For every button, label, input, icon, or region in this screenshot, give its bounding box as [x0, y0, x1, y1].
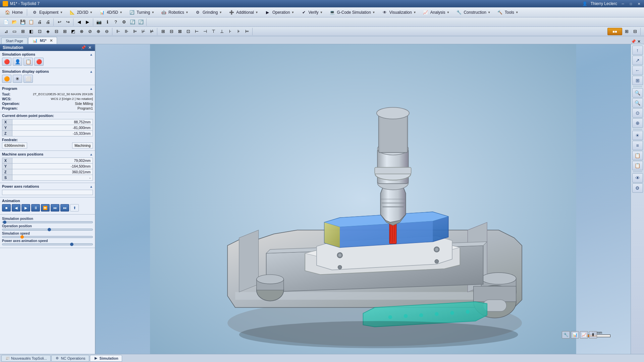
view-grid-btn[interactable]: ⊞	[632, 76, 643, 85]
save-as-btn[interactable]: 📋	[27, 18, 35, 26]
anim-fastfwd-btn[interactable]: ⏩	[41, 204, 50, 212]
shape11-btn[interactable]: ⊘	[86, 28, 94, 35]
display-icon-3[interactable]: ⬜	[23, 75, 33, 83]
tab-simulation[interactable]: ▶ Simulation	[90, 355, 122, 362]
open-btn[interactable]: 📂	[10, 18, 18, 26]
sim-options-collapse[interactable]: ▲	[90, 53, 93, 56]
new-btn[interactable]: 📄	[2, 18, 10, 26]
tab-m1[interactable]: 📊 M1* ✕	[28, 37, 57, 44]
display-btn[interactable]: ≡	[632, 141, 643, 150]
help-btn[interactable]: ?	[112, 18, 120, 26]
eye-btn[interactable]: 👁	[632, 173, 643, 183]
menu-2d3d[interactable]: 📐 2D/3D ▼	[66, 8, 95, 17]
menu-home[interactable]: 🏠 Home	[1, 8, 25, 17]
anim-stop-btn[interactable]: ■	[2, 204, 11, 212]
shape12-btn[interactable]: ⊕	[94, 28, 102, 35]
shape13-btn[interactable]: ⊖	[103, 28, 111, 35]
view-front-btn[interactable]: ↑	[632, 46, 643, 55]
mini-icon-2[interactable]: 📊	[571, 331, 579, 339]
zoom-out-btn[interactable]: 🔍	[632, 88, 643, 98]
tab-start-page[interactable]: Start Page	[1, 38, 28, 44]
sim-icon-1[interactable]: 🔴	[2, 58, 11, 66]
tab-m1-close[interactable]: ✕	[50, 39, 53, 43]
power-axes-collapse[interactable]: ▲	[90, 185, 93, 188]
display-icon-1[interactable]: 🟠	[2, 75, 11, 83]
shape10-btn[interactable]: ⊗	[77, 28, 86, 35]
anim-play-btn[interactable]: ▶	[21, 204, 30, 212]
view1-btn[interactable]: ⊞	[159, 28, 167, 35]
view-left-btn[interactable]: ←	[632, 66, 643, 75]
back-btn[interactable]: ◀	[75, 18, 83, 26]
menu-operation[interactable]: ▶ Operation ▼	[262, 8, 297, 17]
tab-nouveautes[interactable]: 📰 Nouveautés TopSoli...	[1, 355, 51, 362]
sim-speed-thumb[interactable]	[20, 235, 24, 239]
viewport[interactable]: 8T_ECC120E25-3C12_50 MAXIN 20X105 1 Side…	[96, 44, 631, 354]
menu-equipment[interactable]: ⚙ Equipment ▼	[29, 8, 65, 17]
shape7-btn[interactable]: ⊟	[52, 28, 60, 35]
view2-btn[interactable]: ⊟	[167, 28, 175, 35]
shape4-btn[interactable]: ◧	[27, 28, 35, 35]
light-btn[interactable]: ☀	[632, 131, 643, 140]
maximize-button[interactable]: □	[629, 1, 633, 6]
rview1-btn[interactable]: ■■	[607, 28, 622, 35]
tab-nc-operations[interactable]: ⚙ NC Operations	[51, 355, 89, 362]
shape5-btn[interactable]: ⊡	[36, 28, 44, 35]
shape3-btn[interactable]: ⊞	[19, 28, 27, 35]
section-btn[interactable]: 📋	[632, 161, 643, 170]
gear-btn[interactable]: ⚙	[632, 183, 643, 193]
anim-end-btn[interactable]: ⏭	[51, 204, 59, 212]
mini-icon-3[interactable]: 📈	[580, 331, 588, 339]
op-position-track[interactable]	[2, 229, 93, 231]
zoom-fit-btn[interactable]: ⊙	[632, 108, 643, 118]
close-button[interactable]: ✕	[637, 1, 641, 6]
view11-btn[interactable]: ⊨	[243, 28, 251, 35]
shape2-btn[interactable]: ▭	[10, 28, 18, 35]
refresh-btn[interactable]: 🔄	[128, 18, 137, 26]
op3-btn[interactable]: ⊫	[131, 28, 139, 35]
shape6-btn[interactable]: ◈	[44, 28, 52, 35]
view8-btn[interactable]: ⊥	[218, 28, 226, 35]
sim-icon-2[interactable]: 👤	[13, 58, 22, 66]
clip-btn[interactable]: 📋	[632, 151, 643, 160]
sim-position-track[interactable]	[2, 221, 93, 223]
view7-btn[interactable]: ⊤	[209, 28, 217, 35]
view6-btn[interactable]: ⊣	[201, 28, 209, 35]
menu-construction[interactable]: 🔧 Construction ▼	[453, 8, 493, 17]
undo-btn[interactable]: ↩	[55, 18, 63, 26]
op1-btn[interactable]: ⊩	[114, 28, 122, 35]
zoom-in-btn[interactable]: 🔍	[632, 98, 643, 108]
menu-verify[interactable]: ✔ Verify ▼	[298, 8, 326, 17]
op4-btn[interactable]: ⊬	[139, 28, 147, 35]
display-icon-2[interactable]: ✳	[13, 75, 22, 83]
menu-tools[interactable]: 🔨 Tools ▼	[494, 8, 521, 17]
fwd-btn[interactable]: ▶	[84, 18, 92, 26]
zoom-sel-btn[interactable]: ⊕	[632, 118, 643, 128]
op5-btn[interactable]: ⊭	[148, 28, 156, 35]
machine-axes-collapse[interactable]: ▲	[90, 153, 93, 156]
shape1-btn[interactable]: ⊿	[2, 28, 10, 35]
sim-icon-4[interactable]: 🔴	[34, 58, 44, 66]
anim-end2-btn[interactable]: ⏭	[60, 204, 69, 212]
print-btn[interactable]: 🖨	[36, 18, 44, 26]
sim-position-thumb[interactable]	[3, 221, 6, 224]
sim-icon-3[interactable]: 📋	[23, 58, 33, 66]
menu-turning[interactable]: 🔄 Turning ▼	[126, 8, 157, 17]
program-collapse[interactable]: ▲	[90, 87, 93, 90]
view9-btn[interactable]: ⊦	[226, 28, 234, 35]
rview3-btn[interactable]: ⊟	[631, 28, 639, 35]
display-options-collapse[interactable]: ▲	[90, 70, 93, 73]
menu-analysis[interactable]: 📈 Analysis ▼	[420, 8, 452, 17]
anim-pause-btn[interactable]: ⏸	[31, 204, 40, 212]
mini-icon-1[interactable]: 🔧	[562, 331, 570, 339]
shape9-btn[interactable]: ◩	[69, 28, 77, 35]
view4-btn[interactable]: ⊡	[184, 28, 192, 35]
view-iso-btn[interactable]: ↗	[632, 56, 643, 65]
menu-visualization[interactable]: 👁 Visualization ▼	[379, 8, 419, 17]
redo-btn[interactable]: ↪	[64, 18, 72, 26]
shape8-btn[interactable]: ⊞	[61, 28, 69, 35]
op-position-thumb[interactable]	[48, 228, 51, 231]
refresh2-btn[interactable]: 🔄	[137, 18, 145, 26]
capture-btn[interactable]: 📷	[95, 18, 103, 26]
power-speed-thumb[interactable]	[70, 243, 73, 246]
rview2-btn[interactable]: ⊞	[623, 28, 631, 35]
